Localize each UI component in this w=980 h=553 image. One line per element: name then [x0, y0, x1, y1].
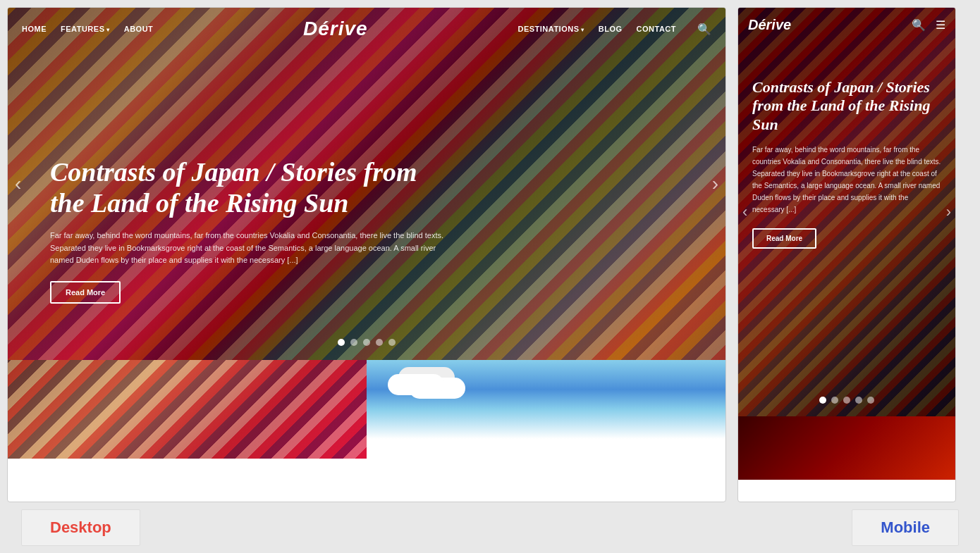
- mobile-hero-slider: Dérive 🔍 ☰ Contrasts of Japan / Stories …: [738, 8, 955, 416]
- desktop-hero-content: Contrasts of Japan / Stories from the La…: [50, 157, 445, 304]
- thumbnail-sky-clouds: [367, 360, 725, 459]
- mobile-read-more-button[interactable]: Read More: [752, 228, 816, 249]
- thumbnail-japan-festival: [8, 360, 367, 459]
- mobile-carousel-prev-button[interactable]: ‹: [742, 203, 747, 221]
- search-icon[interactable]: 🔍: [697, 23, 711, 36]
- nav-contact[interactable]: CONTACT: [637, 25, 676, 33]
- main-container: HOME FEATURES ABOUT Dérive DESTINATIONS …: [7, 7, 973, 502]
- carousel-dot-1[interactable]: [338, 339, 345, 346]
- desktop-nav: HOME FEATURES ABOUT Dérive DESTINATIONS …: [8, 8, 725, 50]
- carousel-dot-2[interactable]: [350, 339, 357, 346]
- mobile-carousel-dots: [819, 397, 874, 404]
- nav-left-links: HOME FEATURES ABOUT: [22, 25, 153, 33]
- mobile-logo: Dérive: [748, 17, 912, 33]
- desktop-preview: HOME FEATURES ABOUT Dérive DESTINATIONS …: [7, 7, 726, 502]
- mobile-hero-title: Contrasts of Japan / Stories from the La…: [752, 78, 941, 134]
- desktop-label: Desktop: [21, 509, 140, 546]
- desktop-hero-slider: HOME FEATURES ABOUT Dérive DESTINATIONS …: [8, 8, 725, 360]
- desktop-hero-title: Contrasts of Japan / Stories from the La…: [50, 157, 445, 218]
- nav-right-links: DESTINATIONS BLOG CONTACT 🔍: [517, 23, 711, 36]
- desktop-logo: Dérive: [153, 18, 517, 40]
- mobile-carousel-dot-1[interactable]: [819, 397, 826, 404]
- mobile-hero-body: Far far away, behind the word mountains,…: [752, 144, 941, 216]
- mobile-hero-content: Contrasts of Japan / Stories from the La…: [752, 78, 941, 249]
- mobile-label: Mobile: [852, 509, 959, 546]
- desktop-carousel-dots: [338, 339, 396, 346]
- mobile-carousel-dot-3[interactable]: [843, 397, 850, 404]
- desktop-carousel-prev-button[interactable]: ‹: [15, 173, 21, 195]
- carousel-dot-3[interactable]: [363, 339, 370, 346]
- mobile-nav: Dérive 🔍 ☰: [738, 8, 955, 42]
- mobile-carousel-dot-5[interactable]: [867, 397, 874, 404]
- mobile-thumbnail-section: [738, 416, 955, 480]
- nav-about[interactable]: ABOUT: [124, 25, 154, 33]
- mobile-thumbnail-image: [738, 416, 955, 480]
- desktop-read-more-button[interactable]: Read More: [50, 281, 121, 304]
- nav-blog[interactable]: BLOG: [599, 25, 623, 33]
- nav-features[interactable]: FEATURES: [61, 25, 110, 33]
- carousel-dot-4[interactable]: [376, 339, 383, 346]
- desktop-thumbnails: [8, 360, 725, 459]
- mobile-nav-icons: 🔍 ☰: [912, 18, 945, 32]
- mobile-carousel-next-button[interactable]: ›: [946, 203, 951, 221]
- mobile-carousel-dot-4[interactable]: [855, 397, 862, 404]
- mobile-menu-icon[interactable]: ☰: [936, 18, 945, 32]
- desktop-hero-body: Far far away, behind the word mountains,…: [50, 230, 445, 267]
- desktop-carousel-next-button[interactable]: ›: [712, 173, 718, 195]
- nav-home[interactable]: HOME: [22, 25, 47, 33]
- carousel-dot-5[interactable]: [388, 339, 396, 346]
- mobile-carousel-dot-2[interactable]: [831, 397, 838, 404]
- mobile-search-icon[interactable]: 🔍: [912, 18, 926, 32]
- mobile-preview: Dérive 🔍 ☰ Contrasts of Japan / Stories …: [737, 7, 956, 502]
- nav-destinations[interactable]: DESTINATIONS: [517, 25, 584, 33]
- labels-row: Desktop Mobile: [7, 509, 973, 546]
